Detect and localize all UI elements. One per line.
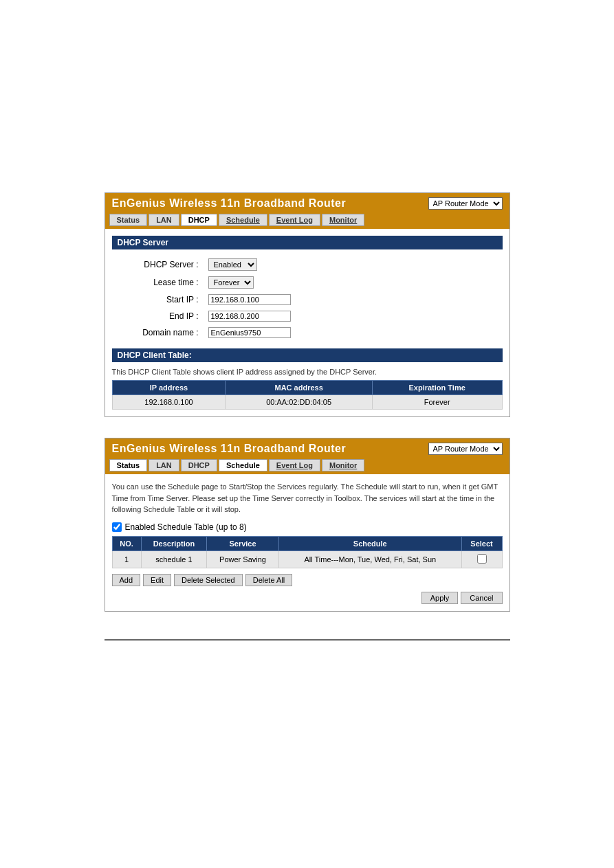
apply-cancel-row: Apply Cancel <box>112 592 503 604</box>
client-ip: 192.168.0.100 <box>112 395 226 410</box>
edit-button[interactable]: Edit <box>143 574 171 586</box>
col-service: Service <box>207 536 279 550</box>
panel2-content: You can use the Schedule page to Start/S… <box>105 474 509 611</box>
tab2-schedule[interactable]: Schedule <box>219 459 267 471</box>
dhcp-form-table: DHCP Server : Enabled Disabled Lease tim… <box>112 255 503 342</box>
col-select: Select <box>461 536 502 550</box>
panel2-header: EnGenius Wireless 11n Broadband Router A… <box>105 438 509 459</box>
sched-row: 1 schedule 1 Power Saving All Time---Mon… <box>112 550 502 568</box>
label-dhcp-server: DHCP Server : <box>113 256 203 273</box>
tab1-eventlog[interactable]: Event Log <box>269 214 320 226</box>
tab1-lan[interactable]: LAN <box>149 214 179 226</box>
sched-schedule: All Time---Mon, Tue, Wed, Fri, Sat, Sun <box>278 550 461 568</box>
sched-service: Power Saving <box>207 550 279 568</box>
client-table-row: 192.168.0.100 00:AA:02:DD:04:05 Forever <box>112 395 502 410</box>
label-end-ip: End IP : <box>113 309 203 324</box>
label-lease-time: Lease time : <box>113 274 203 291</box>
label-domain-name: Domain name : <box>113 325 203 340</box>
apply-button[interactable]: Apply <box>421 592 459 604</box>
tab2-monitor[interactable]: Monitor <box>322 459 364 471</box>
col-expiry: Expiration Time <box>372 381 502 395</box>
tab1-dhcp[interactable]: DHCP <box>181 214 217 226</box>
client-table-desc: This DHCP Client Table shows client IP a… <box>112 368 503 376</box>
form-row-domain: Domain name : <box>113 325 501 340</box>
tab2-dhcp[interactable]: DHCP <box>181 459 217 471</box>
bottom-separator <box>105 639 510 641</box>
tab2-lan[interactable]: LAN <box>149 459 179 471</box>
dhcp-server-select[interactable]: Enabled Disabled <box>208 258 257 271</box>
sched-header-row: NO. Description Service Schedule Select <box>112 536 502 550</box>
sched-no: 1 <box>112 550 141 568</box>
form-row-start-ip: Start IP : <box>113 292 501 307</box>
tab2-status[interactable]: Status <box>109 459 148 471</box>
end-ip-input[interactable] <box>208 311 291 322</box>
domain-name-input[interactable] <box>208 327 291 338</box>
panel1-header: EnGenius Wireless 11n Broadband Router A… <box>105 193 509 214</box>
client-table: IP address MAC address Expiration Time 1… <box>112 380 503 410</box>
label-start-ip: Start IP : <box>113 292 203 307</box>
schedule-panel: EnGenius Wireless 11n Broadband Router A… <box>105 438 510 612</box>
delete-selected-button[interactable]: Delete Selected <box>174 574 243 586</box>
enabled-schedule-checkbox[interactable] <box>112 522 122 532</box>
col-mac: MAC address <box>226 381 372 395</box>
enabled-schedule-label: Enabled Schedule Table (up to 8) <box>125 522 247 532</box>
form-row-end-ip: End IP : <box>113 309 501 324</box>
lease-time-select[interactable]: Forever 1 Hour <box>208 276 254 289</box>
dhcp-panel: EnGenius Wireless 11n Broadband Router A… <box>105 192 510 417</box>
cancel-button[interactable]: Cancel <box>461 592 502 604</box>
client-table-section-header: DHCP Client Table: <box>112 348 503 362</box>
panel2-nav: Status LAN DHCP Schedule Event Log Monit… <box>105 459 509 474</box>
schedule-table: NO. Description Service Schedule Select … <box>112 536 503 568</box>
tab2-eventlog[interactable]: Event Log <box>269 459 320 471</box>
client-expiry: Forever <box>372 395 502 410</box>
start-ip-input[interactable] <box>208 294 291 305</box>
tab1-status[interactable]: Status <box>109 214 148 226</box>
panel2-mode-select[interactable]: AP Router Mode <box>428 443 503 455</box>
form-row-lease-time: Lease time : Forever 1 Hour <box>113 274 501 291</box>
tab1-monitor[interactable]: Monitor <box>322 214 364 226</box>
sched-select-checkbox[interactable] <box>477 554 487 564</box>
col-no: NO. <box>112 536 141 550</box>
client-mac: 00:AA:02:DD:04:05 <box>226 395 372 410</box>
action-buttons: Add Edit Delete Selected Delete All <box>112 574 503 586</box>
sched-description: schedule 1 <box>141 550 206 568</box>
form-row-dhcp-server: DHCP Server : Enabled Disabled <box>113 256 501 273</box>
panel1-content: DHCP Server DHCP Server : Enabled Disabl… <box>105 229 509 416</box>
panel1-mode-select[interactable]: AP Router Mode <box>428 197 503 210</box>
col-schedule: Schedule <box>278 536 461 550</box>
panel1-nav: Status LAN DHCP Schedule Event Log Monit… <box>105 214 509 229</box>
panel1-title: EnGenius Wireless 11n Broadband Router <box>112 197 347 210</box>
panel2-title: EnGenius Wireless 11n Broadband Router <box>112 443 347 455</box>
dhcp-server-section-header: DHCP Server <box>112 236 503 249</box>
enabled-check-row: Enabled Schedule Table (up to 8) <box>112 522 503 532</box>
col-ip: IP address <box>112 381 226 395</box>
add-button[interactable]: Add <box>112 574 141 586</box>
client-table-header-row: IP address MAC address Expiration Time <box>112 381 502 395</box>
sched-select-cell <box>461 550 502 568</box>
schedule-info-text: You can use the Schedule page to Start/S… <box>112 481 503 515</box>
delete-all-button[interactable]: Delete All <box>245 574 292 586</box>
col-desc: Description <box>141 536 206 550</box>
tab1-schedule[interactable]: Schedule <box>219 214 267 226</box>
